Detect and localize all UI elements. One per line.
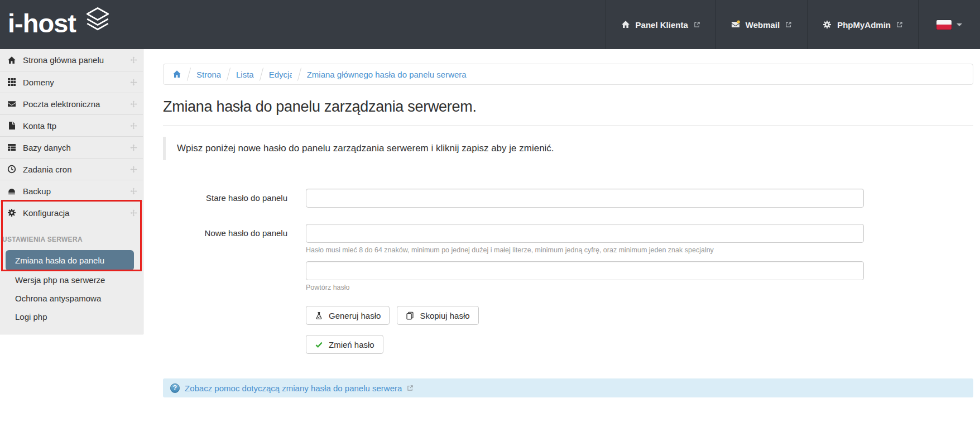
submit-row: Zmień hasło <box>306 335 973 354</box>
sidebar-section-title: USTAWIENIA SERWERA <box>0 236 143 243</box>
sidebar-config-section: USTAWIENIA SERWERA Zmiana hasła do panel… <box>0 223 143 326</box>
move-handle-icon[interactable] <box>130 56 137 64</box>
sidebar-item-backup[interactable]: Backup <box>0 180 143 202</box>
layers-icon <box>85 7 111 33</box>
sidebar-item-label: Domeny <box>23 78 130 87</box>
header-link-label: Panel Klienta <box>636 20 688 30</box>
question-icon <box>170 383 180 393</box>
breadcrumb-home-icon[interactable] <box>172 70 181 79</box>
header-link-phpmyadmin[interactable]: PhpMyAdmin <box>807 0 918 49</box>
sidebar-item-zadania-cron[interactable]: Zadania cron <box>0 158 143 180</box>
page-title: Zmiana hasła do panelu zarządzania serwe… <box>163 98 973 116</box>
header-link-label: PhpMyAdmin <box>837 20 891 30</box>
brand-name: i-host <box>8 6 76 41</box>
repeat-password-input[interactable] <box>306 261 864 280</box>
breadcrumb-item-strona[interactable]: Strona <box>196 70 221 79</box>
new-password-label: Nowe hasło do panelu <box>163 224 306 243</box>
intro-callout: Wpisz poniżej nowe hasło do panelu zarzą… <box>163 137 973 160</box>
language-selector[interactable] <box>918 0 980 49</box>
file-icon <box>7 121 16 130</box>
home-icon <box>7 56 16 65</box>
sidebar-item-konfiguracja[interactable]: Konfiguracja <box>0 202 143 223</box>
sidebar: Strona główna paneluDomenyPoczta elektro… <box>0 49 143 446</box>
title-divider <box>163 125 973 126</box>
external-link-icon <box>785 21 792 28</box>
move-handle-icon[interactable] <box>130 209 137 217</box>
external-link-icon <box>407 385 414 391</box>
header: i-host Panel KlientaWebmailPhpMyAdmin <box>0 0 980 49</box>
sidebar-subitem-wersja-php-na-serwerze[interactable]: Wersja php na serwerze <box>0 271 143 289</box>
clock-icon <box>7 165 16 174</box>
old-password-label: Stare hasło do panelu <box>163 189 306 208</box>
gear-icon <box>823 20 832 29</box>
intro-text: Wpisz poniżej nowe hasło do panelu zarzą… <box>177 143 973 154</box>
move-handle-icon[interactable] <box>130 188 137 195</box>
grid-icon <box>7 78 16 87</box>
check-icon <box>315 341 323 349</box>
sidebar-item-label: Poczta elektroniczna <box>23 99 130 109</box>
breadcrumb-separator <box>260 68 263 80</box>
sidebar-item-label: Strona główna panelu <box>23 55 130 65</box>
sidebar-item-bazy-danych[interactable]: Bazy danych <box>0 136 143 158</box>
move-handle-icon[interactable] <box>130 122 137 130</box>
sidebar-subitem-zmiana-has-a-do-panelu[interactable]: Zmiana hasła do panelu <box>6 250 134 271</box>
sidebar-subitem-ochrona-antyspamowa[interactable]: Ochrona antyspamowa <box>0 289 143 308</box>
header-nav: Panel KlientaWebmailPhpMyAdmin <box>606 0 918 49</box>
change-password-form: Stare hasło do panelu Nowe hasło do pane… <box>163 189 973 354</box>
repeat-password-row: Powtórz hasło <box>163 261 973 291</box>
external-link-icon <box>896 21 903 28</box>
old-password-row: Stare hasło do panelu <box>163 189 973 208</box>
breadcrumb-separator <box>227 68 230 80</box>
home-icon <box>621 20 630 29</box>
brand-logo: i-host <box>0 0 111 49</box>
breadcrumb-item-lista[interactable]: Lista <box>236 70 254 79</box>
repeat-password-hint: Powtórz hasło <box>306 284 864 291</box>
header-link-label: Webmail <box>746 20 780 30</box>
header-link-webmail[interactable]: Webmail <box>715 0 807 49</box>
sidebar-item-label: Konfiguracja <box>23 208 130 218</box>
help-link[interactable]: Zobacz pomoc dotyczącą zmiany hasła do p… <box>185 383 402 393</box>
move-handle-icon[interactable] <box>130 100 137 108</box>
move-handle-icon[interactable] <box>130 144 137 151</box>
header-link-panel-klienta[interactable]: Panel Klienta <box>606 0 715 49</box>
gear-icon <box>7 208 16 217</box>
move-handle-icon[interactable] <box>130 79 137 86</box>
chevron-down-icon <box>957 23 962 26</box>
help-bar: Zobacz pomoc dotyczącą zmiany hasła do p… <box>163 378 973 397</box>
copy-icon <box>406 311 414 320</box>
new-password-input[interactable] <box>306 224 864 243</box>
old-password-input[interactable] <box>306 189 864 208</box>
table-icon <box>7 143 16 152</box>
sidebar-item-poczta-elektroniczna[interactable]: Poczta elektroniczna <box>0 93 143 114</box>
sidebar-item-konta-ftp[interactable]: Konta ftp <box>0 114 143 136</box>
sidebar-item-label: Backup <box>23 186 130 196</box>
sidebar-item-domeny[interactable]: Domeny <box>0 71 143 93</box>
change-password-button[interactable]: Zmień hasło <box>306 335 383 354</box>
password-tools-row: Generuj hasło Skopiuj hasło <box>306 306 973 325</box>
drive-icon <box>7 186 16 195</box>
breadcrumb-item-edycja[interactable]: Edycja <box>269 70 292 79</box>
main-content: StronaListaEdycjaZmiana głównego hasła d… <box>143 49 980 446</box>
password-rules-hint: Hasło musi mieć 8 do 64 znaków, minimum … <box>306 246 864 254</box>
sidebar-item-label: Zadania cron <box>23 165 130 174</box>
generate-password-button[interactable]: Generuj hasło <box>306 306 390 325</box>
breadcrumb-item-zmiana-g-wnego-has-a-do-panelu-serwera[interactable]: Zmiana głównego hasła do panelu serwera <box>307 70 467 79</box>
breadcrumb: StronaListaEdycjaZmiana głównego hasła d… <box>163 64 973 85</box>
move-handle-icon[interactable] <box>130 166 137 173</box>
sidebar-menu: Strona główna paneluDomenyPoczta elektro… <box>0 49 143 334</box>
breadcrumb-separator <box>297 68 301 80</box>
external-link-icon <box>694 21 700 28</box>
app-root: i-host Panel KlientaWebmailPhpMyAdmin St… <box>0 0 980 446</box>
sidebar-item-strona-g-wna-panelu[interactable]: Strona główna panelu <box>0 49 143 71</box>
mail-star-icon <box>731 20 740 29</box>
mail-icon <box>7 99 16 108</box>
flask-icon <box>315 311 323 320</box>
sidebar-item-label: Bazy danych <box>23 143 130 152</box>
sidebar-item-label: Konta ftp <box>23 121 130 131</box>
poland-flag-icon <box>936 20 952 30</box>
new-password-row: Nowe hasło do panelu Hasło musi mieć 8 d… <box>163 224 973 254</box>
copy-password-button[interactable]: Skopiuj hasło <box>397 306 478 325</box>
sidebar-subitem-logi-php[interactable]: Logi php <box>0 308 143 326</box>
breadcrumb-separator <box>187 68 191 80</box>
